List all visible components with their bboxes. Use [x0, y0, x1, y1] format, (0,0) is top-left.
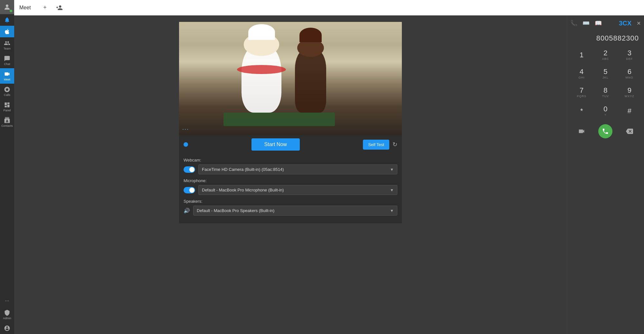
sidebar-item-meet-label: Meet	[4, 78, 10, 81]
content-area: ··· Start Now Self Test ↻ Webcam: FaceTi…	[14, 15, 644, 334]
settings-area: Webcam: FaceTime HD Camera (Built-in) (0…	[179, 154, 402, 223]
sidebar-item-calls-label: Calls	[4, 93, 10, 97]
sidebar-item-team-label: Team	[4, 47, 11, 50]
keypad: 12ABC3DEF4GHI5JKL6MNO7PQRS8TUV9WXYZ*0+#	[567, 46, 644, 120]
webcam-device-name: FaceTime HD Camera (Built-in) (05ac:8514…	[202, 167, 284, 172]
sidebar-item-contacts[interactable]: Contacts	[0, 115, 14, 130]
speakers-device-name: Default - MacBook Pro Speakers (Built-in…	[197, 208, 274, 213]
topbar: Meet +	[14, 0, 644, 15]
sidebar-item-user-bottom[interactable]	[0, 322, 14, 334]
speaker-volume-icon: 🔊	[184, 208, 190, 214]
sidebar-item-chat-label: Chat	[4, 62, 10, 66]
self-test-button[interactable]: Self Test	[363, 140, 389, 150]
key-3[interactable]: 3DEF	[618, 46, 641, 64]
microphone-setting: Microphone: Default - MacBook Pro Microp…	[184, 178, 397, 195]
webcam-label: Webcam:	[184, 158, 397, 162]
add-users-button[interactable]	[54, 3, 64, 13]
topbar-title: Meet	[19, 5, 31, 11]
brand-logo: 3CX	[619, 20, 631, 27]
contacts-book-icon[interactable]: 📖	[595, 20, 602, 27]
key-0[interactable]: 0+	[593, 102, 617, 120]
microphone-chevron-icon: ▼	[390, 188, 394, 192]
microphone-toggle[interactable]	[184, 187, 195, 193]
video-preview: ···	[179, 22, 402, 135]
webcam-chevron-icon: ▼	[390, 167, 394, 172]
sidebar-avatar[interactable]	[0, 0, 14, 14]
start-now-button[interactable]: Start Now	[251, 138, 300, 151]
key-*[interactable]: *	[570, 102, 593, 120]
right-panel-dialer: 📞 ⌨️ 📖 3CX ✕ 8005882300 12ABC3DEF4GHI5JK…	[567, 15, 644, 334]
video-feed	[179, 22, 402, 135]
controls-bar: Start Now Self Test ↻	[179, 135, 402, 154]
speakers-label: Speakers:	[184, 199, 397, 204]
webcam-toggle[interactable]	[184, 166, 195, 173]
key-#[interactable]: #	[618, 102, 641, 120]
sidebar-item-admin-label: Admin	[3, 317, 11, 320]
webcam-control: FaceTime HD Camera (Built-in) (05ac:8514…	[184, 164, 397, 174]
sidebar-item-meet[interactable]: Meet	[0, 68, 14, 84]
sidebar-item-team[interactable]: Team	[0, 37, 14, 53]
speakers-control: 🔊 Default - MacBook Pro Speakers (Built-…	[184, 206, 397, 216]
sidebar-more-dots[interactable]: ···	[5, 295, 9, 307]
meet-panel: ··· Start Now Self Test ↻ Webcam: FaceTi…	[14, 15, 567, 334]
sidebar-item-chat[interactable]: Chat	[0, 53, 14, 68]
key-8[interactable]: 8TUV	[593, 83, 617, 102]
sidebar-item-contacts-label: Contacts	[1, 124, 13, 127]
online-indicator	[10, 10, 12, 12]
dialer-header: 📞 ⌨️ 📖 3CX ✕	[567, 15, 644, 31]
key-7[interactable]: 7PQRS	[570, 83, 593, 102]
backspace-button[interactable]	[622, 124, 637, 138]
call-icon[interactable]: 📞	[570, 20, 577, 27]
speakers-setting: Speakers: 🔊 Default - MacBook Pro Speake…	[184, 199, 397, 216]
sidebar-item-calls[interactable]: Calls	[0, 84, 14, 99]
main-content: Meet +	[14, 0, 644, 334]
call-button[interactable]	[598, 124, 612, 138]
key-4[interactable]: 4GHI	[570, 64, 593, 83]
sidebar-item-panel[interactable]: Panel	[0, 99, 14, 115]
sidebar-item-admin[interactable]: Admin	[0, 307, 14, 322]
key-6[interactable]: 6MNO	[618, 64, 641, 83]
add-meeting-button[interactable]: +	[40, 3, 50, 13]
sidebar-item-notifications[interactable]	[0, 14, 14, 26]
dialer-actions	[567, 120, 644, 142]
key-2[interactable]: 2ABC	[593, 46, 617, 64]
microphone-label: Microphone:	[184, 178, 397, 183]
microphone-control: Default - MacBook Pro Microphone (Built-…	[184, 185, 397, 195]
speakers-select[interactable]: Default - MacBook Pro Speakers (Built-in…	[193, 206, 397, 216]
status-indicator	[184, 142, 188, 147]
sidebar-item-apple[interactable]	[0, 26, 14, 37]
svg-point-0	[6, 5, 8, 7]
dialpad-icon[interactable]: ⌨️	[582, 20, 590, 27]
speakers-chevron-icon: ▼	[390, 209, 394, 213]
webcam-select[interactable]: FaceTime HD Camera (Built-in) (05ac:8514…	[198, 164, 397, 174]
refresh-button[interactable]: ↻	[393, 141, 397, 148]
key-1[interactable]: 1	[570, 46, 593, 64]
phone-number-display: 8005882300	[567, 31, 644, 46]
webcam-setting: Webcam: FaceTime HD Camera (Built-in) (0…	[184, 158, 397, 174]
sidebar-item-panel-label: Panel	[3, 109, 11, 112]
close-button[interactable]: ✕	[637, 20, 641, 26]
key-9[interactable]: 9WXYZ	[618, 83, 641, 102]
video-call-button[interactable]	[574, 124, 589, 138]
video-dots-indicator: ···	[182, 126, 189, 133]
microphone-select[interactable]: Default - MacBook Pro Microphone (Built-…	[198, 185, 397, 195]
sidebar: Team Chat Meet Calls Panel Contacts	[0, 0, 14, 334]
key-5[interactable]: 5JKL	[593, 64, 617, 83]
microphone-device-name: Default - MacBook Pro Microphone (Built-…	[202, 188, 284, 192]
sidebar-bottom: ··· Admin	[0, 295, 14, 334]
